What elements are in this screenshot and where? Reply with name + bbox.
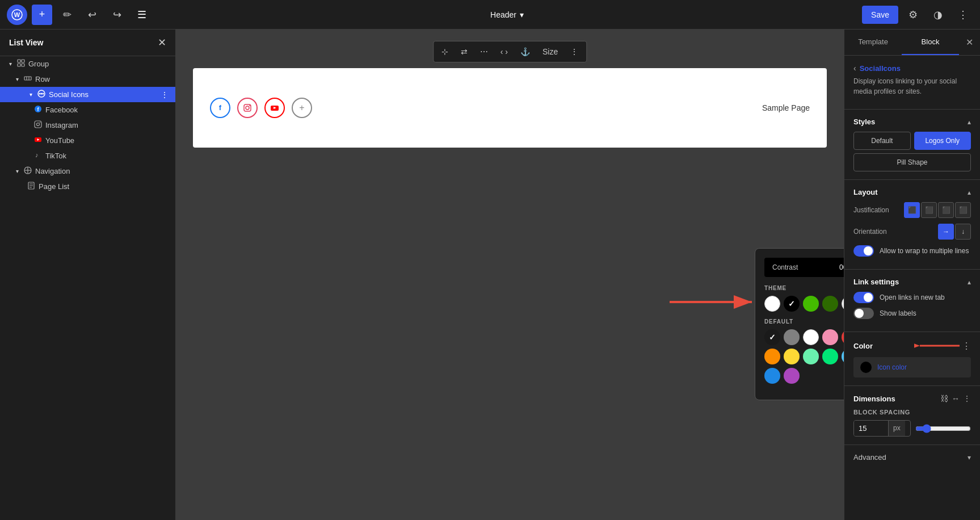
block-spacing-slider[interactable] <box>915 424 971 433</box>
social-icons-section-title[interactable]: SocialIcons <box>860 64 901 73</box>
default-swatch-orange[interactable] <box>764 349 780 364</box>
canvas-anchor-button[interactable]: ⚓ <box>515 44 536 60</box>
theme-section-label: THEME <box>764 285 844 291</box>
default-swatch-gray[interactable] <box>784 329 800 345</box>
styles-toggle-icon[interactable]: ▴ <box>968 118 971 126</box>
default-swatch-yellow[interactable] <box>784 349 800 364</box>
layout-toggle-icon[interactable]: ▴ <box>968 188 971 196</box>
svg-rect-2 <box>18 60 20 62</box>
layout-section: Layout ▴ Justification ⬛ ⬛ ⬛ ⬛ Orientati… <box>844 180 980 270</box>
tree-item-social-icons[interactable]: ▾ Social Icons ⋮ <box>0 87 175 102</box>
dimensions-link-icon[interactable]: ⛓ <box>940 394 948 403</box>
social-icons-preview: f + <box>210 98 312 118</box>
navigation-icon <box>24 166 32 176</box>
svg-text:♪: ♪ <box>35 152 39 158</box>
open-new-tab-toggle[interactable] <box>853 292 874 303</box>
tree-item-navigation[interactable]: ▾ Navigation <box>0 163 175 179</box>
justify-center-button[interactable]: ⬛ <box>921 202 937 218</box>
tree-item-row[interactable]: ▾ Row <box>0 72 175 87</box>
list-view-close-button[interactable]: ✕ <box>158 36 166 49</box>
edit-button[interactable]: ✏ <box>57 5 77 25</box>
row-chevron-icon: ▾ <box>14 76 20 82</box>
canvas-size-button[interactable]: Size <box>537 44 563 60</box>
default-swatch-white[interactable] <box>803 329 819 345</box>
save-button[interactable]: Save <box>862 6 898 24</box>
add-block-button[interactable]: + <box>32 5 52 25</box>
canvas-more-button[interactable]: ⋮ <box>565 44 584 60</box>
panel-close-button[interactable]: ✕ <box>959 37 980 48</box>
svg-point-11 <box>41 93 43 95</box>
wp-logo-icon[interactable]: W <box>7 5 27 25</box>
tree-item-instagram[interactable]: Instagram <box>0 118 175 133</box>
style-logos-only[interactable]: Logos Only <box>914 132 971 150</box>
orientation-horizontal-button[interactable]: → <box>938 224 954 240</box>
preview-instagram-icon[interactable] <box>237 98 258 118</box>
preview-add-icon[interactable]: + <box>292 98 312 118</box>
tab-block[interactable]: Block <box>902 30 959 55</box>
justify-left-button[interactable]: ⬛ <box>904 202 920 218</box>
default-swatch-pink[interactable] <box>822 329 838 345</box>
dimensions-more-icon[interactable]: ⋮ <box>963 394 971 403</box>
sample-page-link[interactable]: Sample Page <box>762 103 810 112</box>
justify-right-button[interactable]: ⬛ <box>938 202 954 218</box>
undo-button[interactable]: ↩ <box>82 5 102 25</box>
page-preview: f + Sample Page <box>193 68 827 148</box>
redo-button[interactable]: ↪ <box>107 5 127 25</box>
color-swatch-row: Icon color <box>853 357 971 378</box>
theme-swatch-green-dark[interactable] <box>822 296 838 312</box>
default-swatch-red[interactable] <box>842 329 844 345</box>
canvas-grid-button[interactable]: ⋯ <box>474 44 494 60</box>
header-dropdown[interactable]: Header ▾ <box>490 10 524 19</box>
styles-header: Styles ▴ <box>853 118 971 126</box>
youtube-icon <box>34 136 42 145</box>
icon-color-label[interactable]: Icon color <box>877 363 907 371</box>
color-more-icon[interactable]: ⋮ <box>962 341 971 351</box>
list-view-header: List View ✕ <box>0 30 175 56</box>
default-swatch-blue[interactable] <box>764 368 780 384</box>
navigation-label: Navigation <box>35 167 169 175</box>
dimensions-chain-icon[interactable]: ↔ <box>952 394 960 403</box>
list-view-button[interactable]: ☰ <box>132 5 152 25</box>
default-swatch-black[interactable] <box>764 329 780 345</box>
wrap-toggle-row: Allow to wrap to multiple lines <box>853 245 971 257</box>
tree-item-page-list[interactable]: Page List <box>0 179 175 194</box>
settings-button[interactable]: ⚙ <box>903 5 923 25</box>
tab-template[interactable]: Template <box>844 30 902 55</box>
svg-point-16 <box>37 123 40 126</box>
default-swatch-purple[interactable] <box>784 368 800 384</box>
theme-swatch-green-bright[interactable] <box>803 296 819 312</box>
show-labels-toggle[interactable] <box>853 308 874 319</box>
more-options-button[interactable]: ⋮ <box>953 5 973 25</box>
dimensions-section: Dimensions ⛓ ↔ ⋮ BLOCK SPACING px <box>844 386 980 445</box>
advanced-row[interactable]: Advanced ▾ <box>844 445 980 469</box>
wrap-toggle[interactable] <box>853 245 874 257</box>
theme-swatch-black[interactable] <box>784 296 800 312</box>
social-icons-more-icon[interactable]: ⋮ <box>161 90 169 99</box>
link-settings-toggle-icon[interactable]: ▴ <box>968 278 971 286</box>
svg-rect-3 <box>22 60 24 62</box>
preview-youtube-icon[interactable] <box>264 98 285 118</box>
preview-facebook-icon[interactable]: f <box>210 98 230 118</box>
contrast-button[interactable]: ◑ <box>928 5 948 25</box>
wrap-label: Allow to wrap to multiple lines <box>880 247 969 255</box>
tree-item-group[interactable]: ▾ Group <box>0 56 175 72</box>
theme-swatch-white[interactable] <box>764 296 780 312</box>
default-swatch-teal[interactable] <box>822 349 838 364</box>
default-swatch-sky[interactable] <box>842 349 844 364</box>
canvas-share-button[interactable]: ⇄ <box>455 44 473 60</box>
panel-tabs: Template Block ✕ <box>844 30 980 56</box>
canvas-align-button[interactable]: ⊹ <box>436 44 454 60</box>
canvas-nav-button[interactable]: ‹ › <box>495 44 514 60</box>
style-default[interactable]: Default <box>853 132 911 150</box>
tree-item-tiktok[interactable]: ♪ TikTok <box>0 148 175 163</box>
default-swatch-mint[interactable] <box>803 349 819 364</box>
tree-item-youtube[interactable]: YouTube <box>0 133 175 148</box>
block-spacing-input[interactable] <box>854 421 888 436</box>
style-pill-shape[interactable]: Pill Shape <box>853 153 971 171</box>
left-panel: List View ✕ ▾ Group ▾ Row ▾ Social Icons <box>0 30 176 520</box>
theme-swatch-white2[interactable] <box>842 296 844 312</box>
orientation-vertical-button[interactable]: ↓ <box>955 224 971 240</box>
social-icons-description: Display icons linking to your social med… <box>853 76 971 97</box>
tree-item-facebook[interactable]: f Facebook <box>0 102 175 118</box>
justify-spread-button[interactable]: ⬛ <box>955 202 971 218</box>
